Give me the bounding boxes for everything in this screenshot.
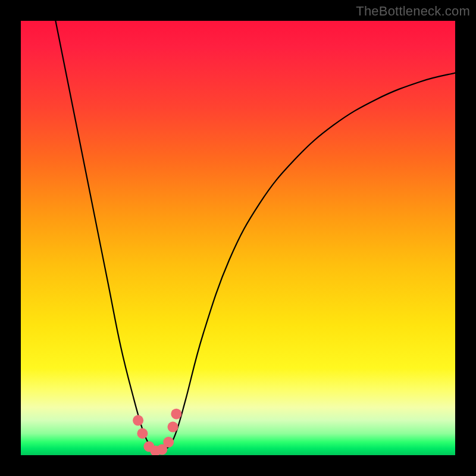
watermark-text: TheBottleneck.com [356,4,470,19]
marker-dot [163,437,174,447]
marker-dot [168,422,178,433]
plot-area [21,21,455,455]
marker-dot [133,415,143,426]
marker-dot [137,428,148,439]
chart-frame: TheBottleneck.com [0,0,476,476]
chart-svg [21,21,455,455]
bottleneck-curve [55,21,455,451]
marker-dot [171,409,181,419]
curve-markers [133,409,181,455]
